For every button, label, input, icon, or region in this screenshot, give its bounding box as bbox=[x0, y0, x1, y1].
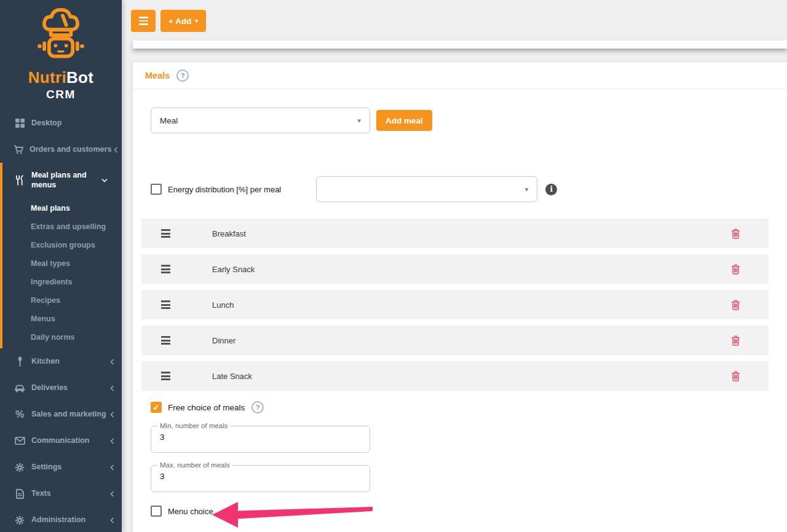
chevron-left-icon bbox=[110, 385, 114, 391]
caret-down-icon: ▾ bbox=[525, 186, 529, 194]
chevron-left-icon bbox=[110, 412, 114, 418]
chevron-left-icon bbox=[110, 517, 114, 523]
car-icon bbox=[14, 384, 26, 393]
add-meal-button[interactable]: Add meal bbox=[376, 110, 432, 131]
meal-select-row: Meal ▾ Add meal bbox=[151, 108, 769, 133]
meal-row: Breakfast bbox=[141, 219, 769, 248]
meal-row: Lunch bbox=[141, 290, 769, 319]
delete-meal-button[interactable] bbox=[731, 335, 740, 346]
min-meals-field: Min. number of meals bbox=[151, 426, 370, 453]
sidebar-item-exclusion-groups[interactable]: Exclusion groups bbox=[0, 236, 122, 254]
add-button-label: + Add bbox=[168, 17, 191, 26]
info-icon[interactable]: i bbox=[545, 184, 557, 195]
sidebar-nav: Desktop Orders and customers Meal plans … bbox=[0, 110, 122, 532]
energy-distribution-row: Energy distribution [%] per meal ▾ i bbox=[151, 176, 769, 202]
sidebar-item-orders-and-customers[interactable]: Orders and customers bbox=[0, 136, 122, 163]
sidebar-item-kitchen[interactable]: Kitchen bbox=[0, 348, 122, 375]
meal-list: Breakfast Early Snack Lunch bbox=[141, 219, 769, 391]
meal-row: Early Snack bbox=[141, 254, 769, 284]
trash-icon bbox=[731, 371, 740, 381]
gear-icon bbox=[14, 515, 26, 525]
sidebar-item-label: Meal plans bbox=[31, 204, 70, 213]
max-meals-input[interactable] bbox=[151, 466, 370, 491]
menu-choice-row: Menu choice bbox=[151, 506, 769, 517]
sidebar-item-communication[interactable]: Communication bbox=[0, 428, 122, 454]
meals-panel: Meals ? Meal ▾ Add meal Energy distribut… bbox=[133, 62, 787, 532]
sidebar-item-deliveries[interactable]: Deliveries bbox=[0, 375, 122, 401]
brand-name: NutriBot bbox=[0, 68, 122, 87]
drag-handle-icon[interactable] bbox=[161, 300, 170, 309]
sidebar-item-label: Menus bbox=[31, 315, 55, 323]
hamburger-icon bbox=[139, 17, 148, 25]
meal-select[interactable]: Meal ▾ bbox=[151, 108, 370, 133]
help-icon[interactable]: ? bbox=[176, 69, 189, 82]
energy-distribution-select[interactable]: ▾ bbox=[316, 176, 537, 202]
drag-handle-icon[interactable] bbox=[161, 265, 170, 273]
sidebar-item-administration[interactable]: Administration bbox=[0, 507, 122, 532]
trash-icon bbox=[731, 300, 740, 310]
meal-select-value: Meal bbox=[160, 116, 178, 125]
delete-meal-button[interactable] bbox=[731, 264, 740, 275]
meals-panel-body: Meal ▾ Add meal Energy distribution [%] … bbox=[133, 108, 787, 517]
free-choice-checkbox[interactable]: ✓ bbox=[151, 402, 162, 413]
menu-choice-checkbox[interactable] bbox=[151, 506, 162, 517]
min-meals-label: Min. number of meals bbox=[157, 422, 231, 429]
sidebar-item-meal-plans[interactable]: Meal plans bbox=[0, 199, 122, 217]
sidebar-item-daily-norms[interactable]: Daily norms bbox=[0, 328, 122, 346]
brand-name-part1: Nutri bbox=[28, 68, 66, 87]
sidebar-item-menus[interactable]: Menus bbox=[0, 310, 122, 328]
sidebar-item-label: Communication bbox=[31, 436, 108, 445]
max-meals-label: Max. number of meals bbox=[157, 461, 232, 469]
menu-choice-label: Menu choice bbox=[168, 507, 213, 516]
energy-distribution-checkbox[interactable] bbox=[151, 184, 162, 195]
sidebar-item-label: Administration bbox=[31, 515, 108, 525]
drag-handle-icon[interactable] bbox=[161, 372, 170, 380]
sidebar-item-meal-types[interactable]: Meal types bbox=[0, 254, 122, 273]
meal-name: Lunch bbox=[212, 300, 234, 310]
cart-icon bbox=[14, 145, 24, 154]
sidebar-item-label: Desktop bbox=[31, 118, 114, 128]
sidebar-item-label: Daily norms bbox=[31, 333, 75, 342]
sidebar-item-sales-and-marketing[interactable]: % Sales and marketing bbox=[0, 401, 122, 428]
caret-down-icon: ▾ bbox=[195, 18, 198, 24]
drag-handle-icon[interactable] bbox=[161, 336, 170, 345]
utensils-icon bbox=[14, 175, 26, 186]
add-button[interactable]: + Add▾ bbox=[160, 10, 206, 32]
drag-handle-icon[interactable] bbox=[161, 229, 170, 238]
meals-panel-header: Meals ? bbox=[133, 62, 787, 89]
sidebar-item-label: Settings bbox=[31, 462, 108, 472]
envelope-icon bbox=[14, 437, 26, 445]
sidebar-item-texts[interactable]: Texts bbox=[0, 480, 122, 507]
spoon-icon bbox=[14, 356, 26, 367]
grid-icon bbox=[14, 119, 26, 128]
chevron-left-icon bbox=[110, 359, 114, 365]
delete-meal-button[interactable] bbox=[731, 229, 740, 239]
sidebar-item-extras-and-upselling[interactable]: Extras and upselling bbox=[0, 217, 122, 236]
delete-meal-button[interactable] bbox=[731, 371, 740, 381]
min-meals-input[interactable] bbox=[151, 426, 370, 452]
sidebar-item-label: Meal types bbox=[31, 259, 70, 268]
sidebar-item-meal-plans-and-menus[interactable]: Meal plans and menus bbox=[0, 163, 122, 197]
sidebar-item-desktop[interactable]: Desktop bbox=[0, 110, 122, 136]
sidebar-submenu: Meal plans Extras and upselling Exclusio… bbox=[0, 197, 122, 348]
meal-name: Dinner bbox=[212, 336, 235, 345]
sidebar-item-ingredients[interactable]: Ingredients bbox=[0, 273, 122, 291]
sidebar-item-label: Orders and customers bbox=[30, 144, 111, 154]
sidebar-item-label: Meal plans and menus bbox=[31, 170, 99, 190]
chevron-left-icon bbox=[110, 464, 114, 471]
energy-distribution-label: Energy distribution [%] per meal bbox=[168, 185, 281, 194]
sidebar-item-recipes[interactable]: Recipes bbox=[0, 291, 122, 310]
sidebar-item-settings[interactable]: Settings bbox=[0, 454, 122, 480]
sidebar-item-label: Kitchen bbox=[31, 356, 108, 366]
max-meals-field: Max. number of meals bbox=[151, 465, 370, 492]
free-choice-row: ✓ Free choice of meals ? bbox=[151, 401, 769, 413]
sidebar-toggle-button[interactable] bbox=[131, 10, 156, 32]
sidebar-item-label: Extras and upselling bbox=[31, 222, 106, 231]
help-icon[interactable]: ? bbox=[251, 401, 264, 413]
caret-down-icon: ▾ bbox=[357, 117, 361, 125]
meal-row: Dinner bbox=[141, 326, 769, 355]
document-icon bbox=[14, 489, 26, 499]
delete-meal-button[interactable] bbox=[731, 300, 740, 310]
active-section-indicator bbox=[0, 163, 2, 348]
sidebar: NutriBot CRM Desktop Orders and customer… bbox=[0, 0, 122, 532]
